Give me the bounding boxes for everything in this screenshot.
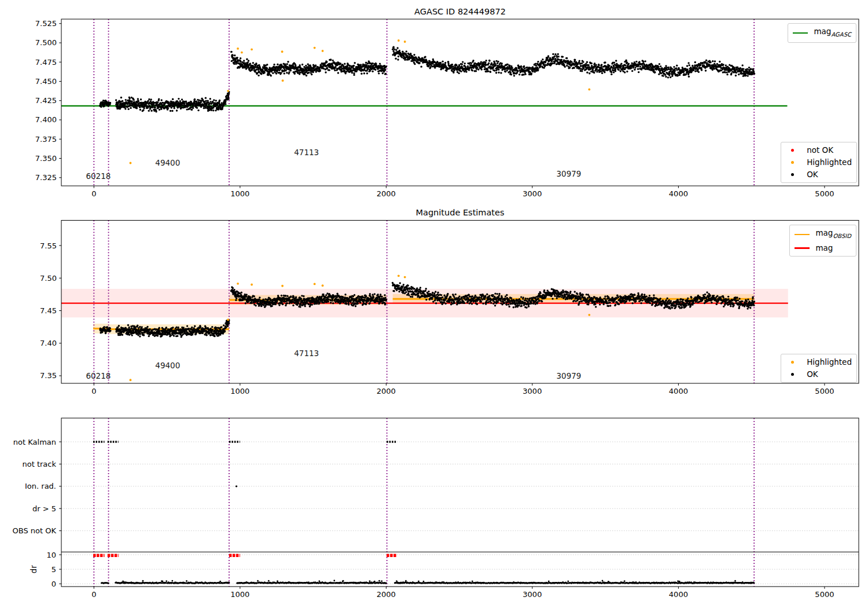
- legend-dot-icon: [785, 159, 802, 167]
- legend-item: magOBSID: [793, 227, 851, 242]
- magnitude-estimates-chart: 0100020003000400050007.357.407.457.507.5…: [40, 221, 859, 395]
- y-tick-label: 7.450: [35, 77, 57, 86]
- obsid-annotation: 30979: [557, 169, 582, 178]
- legend-item: OK: [785, 169, 852, 181]
- dr-tick-label: 5: [52, 565, 56, 574]
- legend-item: Highlighted: [785, 156, 852, 169]
- x-tick-label: 1000: [230, 189, 249, 198]
- flag-row-label: not Kalman: [13, 438, 56, 446]
- axes-border: [61, 418, 859, 587]
- dr-tick-label: 0: [52, 580, 56, 588]
- x-tick-label: 3000: [523, 590, 542, 599]
- dr-scatter: [101, 580, 755, 584]
- y-tick-label: 7.475: [35, 58, 57, 67]
- ok-scatter: [99, 46, 755, 113]
- flag-row-label: Ion. rad.: [25, 482, 56, 490]
- legend-label: mag: [815, 242, 833, 254]
- x-tick-label: 0: [91, 387, 96, 395]
- x-tick-label: 1000: [230, 387, 249, 395]
- y-tick-label: 7.500: [35, 38, 57, 47]
- obsid-annotation: 60218: [86, 371, 111, 380]
- obsid-annotation: 47113: [294, 349, 319, 358]
- x-tick-label: 2000: [377, 189, 396, 198]
- x-tick-label: 3000: [523, 189, 542, 198]
- y-tick-label: 7.525: [35, 19, 57, 28]
- ion-rad-flag-point: [236, 485, 237, 487]
- x-tick-label: 4000: [669, 189, 688, 198]
- legend-mag-agasc: magAGASC: [788, 23, 856, 43]
- legend-item: mag: [793, 242, 851, 254]
- legend-label: OK: [807, 169, 818, 181]
- y-tick-label: 7.40: [40, 339, 57, 347]
- x-tick-label: 1000: [230, 590, 249, 599]
- obsid-annotation: 47113: [294, 148, 319, 157]
- y-tick-label: 7.425: [35, 96, 57, 105]
- legend-label: magAGASC: [814, 25, 851, 41]
- legend-line-icon: [793, 230, 811, 239]
- top-magnitude-chart: 0100020003000400050007.3257.3507.3757.40…: [35, 19, 859, 198]
- dr-axis-label: dr: [29, 565, 38, 574]
- legend-label: Highlighted: [807, 356, 852, 368]
- legend-item: not OK: [785, 144, 852, 156]
- y-tick-label: 7.325: [35, 173, 57, 182]
- flag-row-label: dr > 5: [32, 504, 56, 513]
- flags-chart: not Kalmannot trackIon. rad.dr > 5OBS no…: [13, 418, 859, 599]
- flag-row-label: OBS not OK: [13, 526, 57, 535]
- x-tick-label: 3000: [523, 387, 542, 395]
- obsid-annotation: 49400: [155, 158, 180, 167]
- y-tick-label: 7.400: [35, 115, 57, 124]
- x-tick-label: 2000: [377, 590, 396, 599]
- x-tick-label: 0: [91, 590, 96, 599]
- legend-item: Highlighted: [785, 356, 852, 368]
- legend-line-icon: [793, 244, 811, 252]
- y-tick-label: 7.375: [35, 135, 57, 144]
- y-tick-label: 7.45: [40, 306, 57, 315]
- x-tick-label: 0: [91, 189, 96, 198]
- y-tick-label: 7.50: [40, 274, 57, 283]
- legend-dot-icon: [785, 371, 802, 379]
- legend-item: OK: [785, 368, 852, 380]
- x-tick-label: 5000: [815, 189, 834, 198]
- x-tick-label: 2000: [377, 387, 396, 395]
- legend-point-status-top: not OKHighlightedOK: [781, 142, 857, 183]
- figure-canvas: 0100020003000400050007.3257.3507.3757.40…: [0, 0, 868, 608]
- y-tick-label: 7.350: [35, 154, 57, 163]
- obsid-annotation: 30979: [557, 371, 582, 380]
- obsid-annotation: 49400: [155, 361, 180, 370]
- x-tick-label: 5000: [815, 387, 834, 395]
- legend-item: magAGASC: [792, 25, 851, 41]
- legend-label: magOBSID: [815, 227, 851, 242]
- legend-label: not OK: [807, 144, 833, 156]
- legend-point-status-middle: HighlightedOK: [781, 354, 857, 383]
- legend-label: Highlighted: [807, 156, 852, 169]
- dr-tick-label: 10: [46, 551, 56, 559]
- legend-line-icon: [792, 29, 809, 37]
- legend-mag-lines: magOBSIDmag: [789, 225, 856, 257]
- x-tick-label: 5000: [815, 590, 834, 599]
- legend-label: OK: [807, 368, 818, 380]
- legend-dot-icon: [785, 146, 802, 155]
- legend-dot-icon: [785, 358, 802, 367]
- legend-dot-icon: [785, 171, 802, 179]
- y-tick-label: 7.35: [40, 371, 57, 380]
- x-tick-label: 4000: [669, 590, 688, 599]
- agasc-magnitude-figure: AGASC ID 824449872 Magnitude Estimates 0…: [0, 0, 868, 608]
- flag-row-label: not track: [22, 460, 56, 468]
- x-tick-label: 4000: [669, 387, 688, 395]
- obsid-annotation: 60218: [86, 171, 111, 181]
- y-tick-label: 7.55: [40, 241, 57, 250]
